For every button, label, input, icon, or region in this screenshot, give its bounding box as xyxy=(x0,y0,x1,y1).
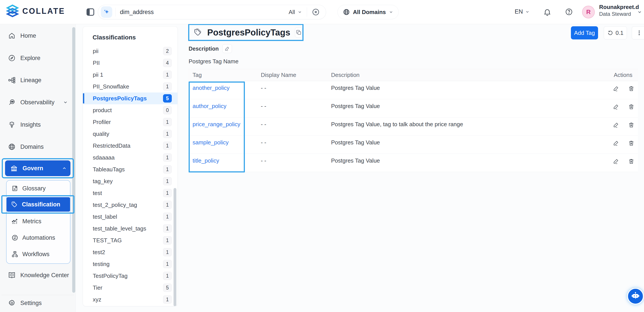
sidebar-item-explore[interactable]: Explore xyxy=(0,52,72,64)
user-menu[interactable]: Rounakpreet.d Data Steward xyxy=(599,4,639,17)
sidebar-item-govern[interactable]: Govern xyxy=(5,160,70,176)
tag-link[interactable]: another_policy xyxy=(192,85,230,91)
display-name-cell: - - xyxy=(256,117,327,135)
classification-item[interactable]: testing1 xyxy=(83,258,178,270)
ai-sparkles-icon[interactable] xyxy=(101,6,112,18)
trash-icon[interactable] xyxy=(628,140,634,146)
classification-item[interactable]: sdaaaaa1 xyxy=(83,152,178,164)
sidebar-scrollbar[interactable] xyxy=(72,27,75,293)
assistant-bot-button[interactable] xyxy=(627,288,644,304)
edit-pencil-icon[interactable] xyxy=(613,158,619,164)
classification-item[interactable]: test_2_policy_tag1 xyxy=(83,199,178,211)
classification-item-label: test_2_policy_tag xyxy=(93,202,137,208)
classification-item[interactable]: PII_Snowflake1 xyxy=(83,81,178,92)
sidebar-item-domains[interactable]: Domains xyxy=(0,141,72,153)
sidebar-toggle-icon[interactable] xyxy=(86,8,94,16)
classification-item[interactable]: TableauTags1 xyxy=(83,164,178,175)
classification-item[interactable]: pii2 xyxy=(83,45,178,57)
description-cell: Postgres Tag Value xyxy=(327,81,600,99)
notifications-bell-icon[interactable] xyxy=(543,8,552,16)
classification-item-count: 5 xyxy=(163,94,172,103)
classification-item[interactable]: product0 xyxy=(83,104,178,116)
trash-icon[interactable] xyxy=(628,122,634,128)
robot-icon xyxy=(631,291,640,301)
classification-item[interactable]: PostgresPolicyTags5 xyxy=(83,92,178,104)
sidebar-item-glossary[interactable]: Glossary xyxy=(6,182,70,195)
global-search-bar[interactable]: dim_address All xyxy=(98,5,326,19)
home-icon xyxy=(8,32,16,40)
classification-item-count: 1 xyxy=(163,165,172,174)
table-row: title_policy- -Postgres Tag Value xyxy=(188,154,638,172)
classification-item[interactable]: test21 xyxy=(83,246,178,258)
edit-pencil-icon[interactable] xyxy=(613,122,619,128)
sidebar-item-classification[interactable]: Classification xyxy=(6,197,70,212)
classification-item-count: 1 xyxy=(163,224,172,233)
chevron-down-icon[interactable] xyxy=(637,10,642,15)
classification-item-count: 1 xyxy=(163,260,172,268)
search-input[interactable]: dim_address xyxy=(120,9,289,16)
main-content: PostgresPolicyTags Add Tag 0.1 Descripti… xyxy=(185,24,644,312)
description-text: Postgres Tag Name xyxy=(189,58,238,65)
left-sidebar: Home Explore Lineage Observability Insig… xyxy=(0,24,76,312)
trash-icon[interactable] xyxy=(628,158,634,164)
classifications-panel-title: Classifications xyxy=(92,34,136,41)
sidebar-item-observability[interactable]: Observability xyxy=(0,96,72,108)
classification-item[interactable]: Profiler1 xyxy=(83,116,178,128)
sidebar-item-knowledge-center[interactable]: Knowledge Center xyxy=(0,269,72,281)
classification-item[interactable]: TEST_TAG1 xyxy=(83,234,178,246)
sidebar-item-home[interactable]: Home xyxy=(0,30,72,42)
classification-item[interactable]: test_table_level_tags1 xyxy=(83,223,178,234)
domains-dropdown[interactable]: All Domains xyxy=(338,5,399,19)
edit-pencil-icon[interactable] xyxy=(613,104,619,110)
trash-icon[interactable] xyxy=(628,104,634,110)
classifications-scrollbar[interactable] xyxy=(174,188,176,306)
classification-item[interactable]: PII4 xyxy=(83,57,178,69)
classification-item-count: 1 xyxy=(163,213,172,221)
classification-item-count: 1 xyxy=(163,201,172,209)
copy-icon[interactable] xyxy=(295,27,302,38)
classification-item[interactable]: TestPolicyTag1 xyxy=(83,270,178,282)
classification-item[interactable]: RestrictedData1 xyxy=(83,140,178,152)
classification-item[interactable]: test1 xyxy=(83,187,178,199)
classification-item-label: RestrictedData xyxy=(93,142,130,149)
table-row: another_policy- -Postgres Tag Value xyxy=(188,81,638,99)
classification-item[interactable]: Tier5 xyxy=(83,282,178,293)
sidebar-item-lineage[interactable]: Lineage xyxy=(0,74,72,86)
sidebar-item-automations[interactable]: Automations xyxy=(6,232,70,244)
classification-item-count: 1 xyxy=(163,272,172,280)
classification-item[interactable]: xyz1 xyxy=(83,293,178,305)
tag-link[interactable]: author_policy xyxy=(192,103,226,109)
sidebar-item-insights[interactable]: Insights xyxy=(0,118,72,131)
tag-link[interactable]: price_range_policy xyxy=(192,121,240,127)
tag-link[interactable]: sample_policy xyxy=(192,139,229,146)
classification-item-label: test xyxy=(93,190,102,197)
edit-pencil-icon[interactable] xyxy=(613,85,619,92)
sidebar-item-workflows[interactable]: Workflows xyxy=(6,248,70,260)
sidebar-item-settings[interactable]: Settings xyxy=(0,297,72,309)
search-scope-dropdown[interactable]: All xyxy=(289,9,302,16)
kebab-menu-button[interactable] xyxy=(632,26,644,40)
globe-icon xyxy=(8,143,16,150)
add-tag-button[interactable]: Add Tag xyxy=(571,26,598,40)
domains-label: All Domains xyxy=(353,9,386,16)
collate-logo[interactable]: COLLATE xyxy=(6,5,65,18)
classification-item[interactable]: quality1 xyxy=(83,128,178,140)
avatar[interactable]: R xyxy=(582,6,595,19)
sidebar-item-metrics[interactable]: Metrics xyxy=(6,215,70,227)
classification-item[interactable]: pii 11 xyxy=(83,69,178,81)
classification-item[interactable]: test_label1 xyxy=(83,211,178,223)
trash-icon[interactable] xyxy=(628,85,634,92)
version-button[interactable]: 0.1 xyxy=(604,26,627,40)
classification-item[interactable]: tag_key1 xyxy=(83,175,178,187)
table-row: sample_policy- -Postgres Tag Value xyxy=(188,136,638,154)
language-dropdown[interactable]: EN xyxy=(515,8,530,15)
search-clear-icon[interactable] xyxy=(312,8,320,16)
help-icon[interactable] xyxy=(565,8,573,16)
classification-item-label: TestPolicyTag xyxy=(93,272,128,279)
classification-item-count: 1 xyxy=(163,189,172,197)
classification-item-count: 2 xyxy=(163,47,172,55)
chevron-down-icon xyxy=(389,10,393,14)
edit-pencil-icon[interactable] xyxy=(222,44,232,53)
edit-pencil-icon[interactable] xyxy=(613,140,619,146)
tag-link[interactable]: title_policy xyxy=(192,157,219,164)
